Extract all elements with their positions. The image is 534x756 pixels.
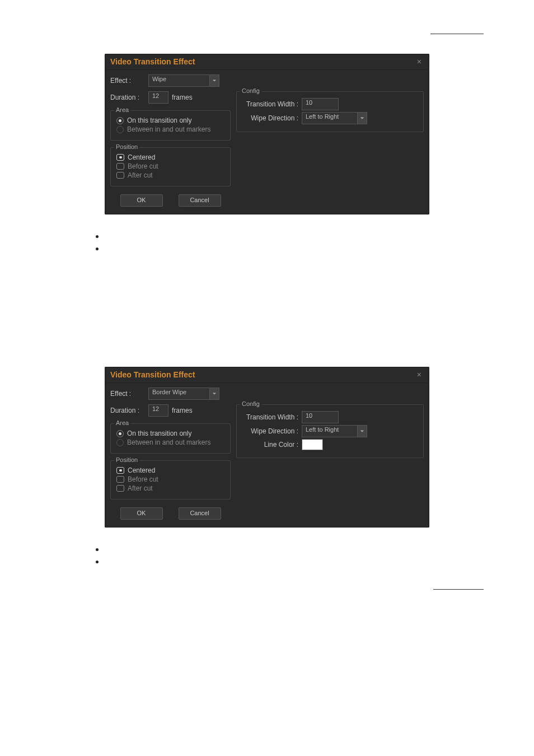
list-item xyxy=(105,557,429,567)
chevron-down-icon xyxy=(357,425,367,437)
cancel-button[interactable]: Cancel xyxy=(179,194,221,207)
position-group: Position Centered Before cut After cut xyxy=(110,147,231,186)
close-icon[interactable]: × xyxy=(415,370,424,379)
radio-selected-icon xyxy=(116,117,124,124)
frames-label: frames xyxy=(172,407,193,414)
area-option-label: On this transition only xyxy=(127,116,191,124)
radio-unselected-icon xyxy=(116,485,124,492)
ok-button[interactable]: OK xyxy=(120,194,163,207)
line-color-swatch[interactable] xyxy=(302,439,323,450)
wipe-direction-value: Left to Right xyxy=(302,425,357,437)
config-legend: Config xyxy=(240,400,261,407)
duration-label: Duration : xyxy=(110,407,145,414)
chevron-down-icon xyxy=(209,388,219,400)
effect-label: Effect : xyxy=(110,77,145,85)
position-option-label: Centered xyxy=(128,153,155,161)
effect-select-value: Border Wipe xyxy=(148,388,209,400)
dialog-title: Video Transition Effect xyxy=(110,370,195,379)
radio-unselected-icon xyxy=(116,476,124,483)
wipe-direction-value: Left to Right xyxy=(302,112,357,124)
wipe-direction-select[interactable]: Left to Right xyxy=(302,425,367,437)
page-footer-rule xyxy=(50,589,484,609)
position-option-label: Centered xyxy=(128,466,155,474)
position-option-centered[interactable]: Centered xyxy=(116,466,224,474)
area-option-between-markers[interactable]: Between in and out markers xyxy=(116,125,224,133)
transition-width-label: Transition Width : xyxy=(242,100,298,108)
area-group: Area On this transition only Between in … xyxy=(110,110,231,141)
area-option-this-transition[interactable]: On this transition only xyxy=(116,116,224,124)
page-header-rule xyxy=(50,34,484,49)
position-option-after-cut[interactable]: After cut xyxy=(116,484,224,492)
wipe-direction-label: Wipe Direction : xyxy=(242,114,298,122)
dialog-title: Video Transition Effect xyxy=(110,57,195,66)
close-icon[interactable]: × xyxy=(415,57,424,66)
effect-select-value: Wipe xyxy=(148,74,209,87)
frames-label: frames xyxy=(172,94,193,101)
radio-unselected-icon xyxy=(116,126,124,133)
radio-selected-icon xyxy=(116,467,124,474)
position-legend: Position xyxy=(114,143,139,150)
area-legend: Area xyxy=(114,419,130,426)
radio-unselected-icon xyxy=(116,163,124,170)
chevron-down-icon xyxy=(357,112,367,124)
transition-width-label: Transition Width : xyxy=(242,413,298,421)
position-option-label: After cut xyxy=(128,484,153,492)
chevron-down-icon xyxy=(209,74,219,87)
position-option-centered[interactable]: Centered xyxy=(116,153,224,161)
area-group: Area On this transition only Between in … xyxy=(110,423,231,454)
area-option-label: On this transition only xyxy=(127,430,191,437)
duration-label: Duration : xyxy=(110,94,145,101)
effect-label: Effect : xyxy=(110,390,145,398)
wipe-direction-label: Wipe Direction : xyxy=(242,427,298,435)
line-color-label: Line Color : xyxy=(242,441,298,449)
radio-selected-icon xyxy=(116,430,124,437)
cancel-button[interactable]: Cancel xyxy=(179,507,221,520)
radio-unselected-icon xyxy=(116,439,124,446)
transition-width-input[interactable]: 10 xyxy=(302,98,339,110)
effect-select[interactable]: Border Wipe xyxy=(148,388,219,400)
config-group: Config Transition Width : 10 Wipe Direct… xyxy=(236,91,424,132)
area-legend: Area xyxy=(114,106,130,113)
position-option-label: Before cut xyxy=(128,475,158,483)
bullet-list-2 xyxy=(105,544,429,567)
position-option-label: Before cut xyxy=(128,162,158,170)
list-item xyxy=(105,544,429,554)
radio-selected-icon xyxy=(116,154,124,161)
area-option-label: Between in and out markers xyxy=(127,438,210,446)
position-option-after-cut[interactable]: After cut xyxy=(116,171,224,179)
dialog-titlebar: Video Transition Effect × xyxy=(105,54,429,70)
area-option-between-markers[interactable]: Between in and out markers xyxy=(116,438,224,446)
position-option-before-cut[interactable]: Before cut xyxy=(116,475,224,483)
video-transition-dialog-wipe: Video Transition Effect × Effect : Wipe … xyxy=(105,54,429,214)
config-group: Config Transition Width : 10 Wipe Direct… xyxy=(236,404,424,458)
list-item xyxy=(105,244,429,254)
ok-button[interactable]: OK xyxy=(120,507,163,520)
position-group: Position Centered Before cut After cut xyxy=(110,460,231,500)
duration-input[interactable]: 12 xyxy=(148,404,168,417)
position-option-label: After cut xyxy=(128,171,153,179)
position-legend: Position xyxy=(114,456,139,463)
wipe-direction-select[interactable]: Left to Right xyxy=(302,112,367,124)
video-transition-dialog-border-wipe: Video Transition Effect × Effect : Borde… xyxy=(105,367,429,528)
area-option-label: Between in and out markers xyxy=(127,125,210,133)
bullet-list-1 xyxy=(105,231,429,254)
effect-select[interactable]: Wipe xyxy=(148,74,219,87)
position-option-before-cut[interactable]: Before cut xyxy=(116,162,224,170)
dialog-titlebar: Video Transition Effect × xyxy=(105,367,429,383)
area-option-this-transition[interactable]: On this transition only xyxy=(116,430,224,437)
transition-width-input[interactable]: 10 xyxy=(302,411,339,423)
radio-unselected-icon xyxy=(116,172,124,179)
config-legend: Config xyxy=(240,87,261,94)
list-item xyxy=(105,231,429,241)
duration-input[interactable]: 12 xyxy=(148,91,168,104)
